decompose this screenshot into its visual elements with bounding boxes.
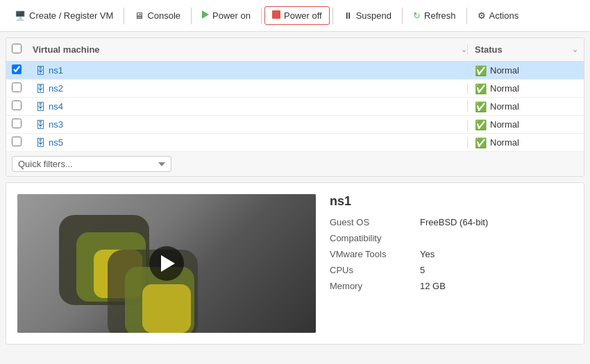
power-off-label: Power off	[284, 10, 322, 21]
row-checkbox-cell	[12, 83, 33, 94]
vm-name: 🗄 ns2	[35, 83, 63, 94]
console-icon: 🖥	[135, 10, 144, 21]
cpus-value: 5	[420, 265, 425, 275]
row-checkbox-cell	[12, 101, 33, 112]
detail-row-memory: Memory 12 GB	[330, 281, 573, 291]
vm-icon: 🗄	[35, 137, 45, 148]
status-sort-chevron: ⌄	[572, 45, 578, 54]
table-row[interactable]: 🗄 ns3 ✅ Normal	[6, 116, 584, 134]
memory-label: Memory	[330, 281, 420, 291]
row-checkbox[interactable]	[12, 83, 22, 92]
detail-row-vmware-tools: VMware Tools Yes	[330, 249, 573, 259]
status-column-label: Status	[475, 44, 503, 55]
actions-button[interactable]: ⚙ Actions	[470, 6, 527, 25]
vm-icon: 🗄	[35, 65, 45, 76]
console-label: Console	[147, 10, 180, 21]
row-checkbox[interactable]	[12, 119, 22, 128]
select-all-checkbox[interactable]	[12, 44, 22, 53]
row-checkbox-cell	[12, 119, 33, 130]
refresh-label: Refresh	[424, 10, 456, 21]
row-vm-cell: 🗄 ns1	[33, 65, 467, 76]
status-badge: Normal	[490, 119, 519, 130]
play-overlay	[17, 194, 316, 333]
gear-icon: ⚙	[478, 10, 486, 21]
table-row[interactable]: 🗄 ns4 ✅ Normal	[6, 98, 584, 116]
status-badge: Normal	[490, 101, 519, 112]
memory-value: 12 GB	[420, 281, 446, 291]
status-ok-icon: ✅	[475, 65, 487, 76]
row-checkbox[interactable]	[12, 64, 22, 74]
vm-column-label: Virtual machine	[33, 44, 100, 55]
vm-name-label: ns2	[49, 83, 63, 94]
row-checkbox-cell	[12, 64, 33, 76]
status-ok-icon: ✅	[475, 119, 487, 130]
status-badge: Normal	[490, 65, 519, 76]
separator-3	[261, 8, 262, 24]
suspend-button[interactable]: ⏸ Suspend	[336, 6, 399, 25]
vmware-tools-value: Yes	[420, 249, 435, 259]
vm-table-panel: Virtual machine ⌄ Status ⌄ 🗄 ns1 ✅ Norma…	[6, 37, 584, 177]
table-row[interactable]: 🗄 ns2 ✅ Normal	[6, 80, 584, 98]
vm-name-label: ns1	[49, 65, 63, 76]
play-triangle-icon	[161, 255, 175, 272]
power-on-icon	[202, 10, 209, 21]
status-ok-icon: ✅	[475, 83, 487, 94]
detail-vm-name: ns1	[330, 194, 573, 209]
row-vm-cell: 🗄 ns3	[33, 119, 467, 130]
row-vm-cell: 🗄 ns4	[33, 101, 467, 112]
row-status-cell: ✅ Normal	[467, 101, 578, 112]
create-register-vm-label: Create / Register VM	[29, 10, 113, 21]
vm-name-label: ns5	[49, 137, 63, 148]
vm-thumbnail[interactable]	[17, 194, 316, 333]
vm-create-icon: 🖥️	[15, 10, 26, 21]
refresh-button[interactable]: ↻ Refresh	[405, 6, 464, 25]
quick-filters-select[interactable]: Quick filters...	[12, 156, 171, 172]
compatibility-label: Compatibility	[330, 233, 420, 243]
row-status-cell: ✅ Normal	[467, 83, 578, 94]
vm-name-label: ns3	[49, 119, 63, 130]
guest-os-label: Guest OS	[330, 217, 420, 227]
actions-label: Actions	[489, 10, 519, 21]
toolbar: 🖥️ Create / Register VM 🖥 Console Power …	[0, 0, 590, 32]
status-badge: Normal	[490, 83, 519, 94]
header-checkbox-cell	[12, 44, 33, 55]
console-button[interactable]: 🖥 Console	[127, 6, 188, 25]
vm-name-label: ns4	[49, 101, 63, 112]
power-off-button[interactable]: Power off	[264, 6, 330, 25]
detail-row-compatibility: Compatibility	[330, 233, 573, 243]
vm-name: 🗄 ns5	[35, 137, 63, 148]
row-checkbox-cell	[12, 137, 33, 148]
play-button[interactable]	[149, 246, 184, 281]
status-badge: Normal	[490, 137, 519, 148]
table-row[interactable]: 🗄 ns1 ✅ Normal	[6, 62, 584, 80]
power-off-icon	[272, 10, 280, 21]
detail-row-cpus: CPUs 5	[330, 265, 573, 275]
vm-name: 🗄 ns1	[35, 65, 63, 76]
create-register-vm-button[interactable]: 🖥️ Create / Register VM	[7, 6, 121, 25]
table-row[interactable]: 🗄 ns5 ✅ Normal	[6, 134, 584, 152]
separator-1	[124, 8, 124, 24]
row-status-cell: ✅ Normal	[467, 119, 578, 130]
guest-os-value: FreeBSD (64-bit)	[420, 217, 488, 227]
separator-6	[466, 8, 467, 24]
vm-name: 🗄 ns3	[35, 119, 63, 130]
separator-5	[402, 8, 403, 24]
row-status-cell: ✅ Normal	[467, 65, 578, 76]
vmware-tools-label: VMware Tools	[330, 249, 420, 259]
row-checkbox[interactable]	[12, 137, 22, 146]
row-status-cell: ✅ Normal	[467, 137, 578, 148]
row-checkbox[interactable]	[12, 101, 22, 110]
vm-sort-chevron: ⌄	[461, 45, 467, 54]
table-header: Virtual machine ⌄ Status ⌄	[6, 38, 584, 62]
detail-panel: ns1 Guest OS FreeBSD (64-bit) Compatibil…	[6, 182, 584, 345]
cpus-label: CPUs	[330, 265, 420, 275]
status-column-header[interactable]: Status ⌄	[467, 44, 578, 55]
vm-icon: 🗄	[35, 101, 45, 112]
refresh-icon: ↻	[413, 10, 421, 21]
separator-4	[332, 8, 333, 24]
row-vm-cell: 🗄 ns2	[33, 83, 467, 94]
vm-icon: 🗄	[35, 83, 45, 94]
power-on-button[interactable]: Power on	[194, 6, 258, 25]
vm-detail-info: ns1 Guest OS FreeBSD (64-bit) Compatibil…	[330, 194, 573, 333]
vm-column-header[interactable]: Virtual machine ⌄	[33, 44, 467, 55]
